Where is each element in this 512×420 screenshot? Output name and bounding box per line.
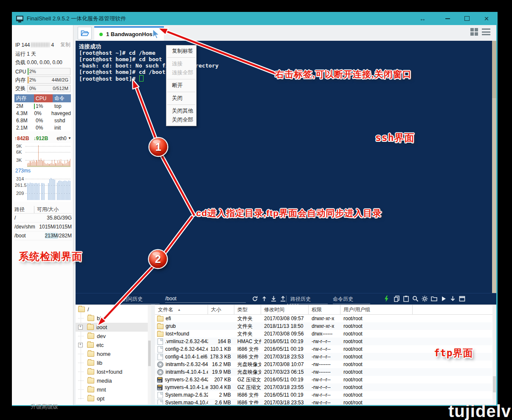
file-row-symvers-2.6.32-642.el...[interactable]: symvers-2.6.32-642.el...207 KBGZ 压缩文件201… — [155, 376, 492, 383]
file-col-header-1[interactable]: 大小 — [208, 305, 234, 314]
tab-bar: 1 BandwagonHost — [76, 25, 496, 41]
file-owner-cell: root/root — [340, 400, 413, 404]
process-row[interactable]: 4.3M0%haveged — [14, 110, 71, 117]
file-row-System.map-4.10.4-1...[interactable]: System.map-4.10.4-1...2.6 MBI686 文件2017/… — [155, 399, 492, 404]
tree-item-mnt[interactable]: mnt — [76, 385, 151, 394]
file-row-initramfs-2.6.32-642.e...[interactable]: initramfs-2.6.32-642.e...16.2 MB光盘映像文...… — [155, 361, 492, 368]
menu-item-连接全部[interactable]: 连接全部 — [166, 68, 196, 77]
process-col-header[interactable]: 内存 — [14, 94, 34, 102]
open-local-folder-icon[interactable] — [430, 295, 438, 302]
file-mtime-cell: 2017/03/08 09:56 — [261, 331, 309, 337]
file-owner-cell: root/root — [340, 384, 413, 390]
process-cell: haveged — [50, 110, 71, 116]
download-all-icon[interactable] — [449, 295, 456, 302]
net-bar — [31, 163, 31, 166]
file-col-header-5[interactable]: 用户/用户组 — [340, 305, 413, 314]
paste-icon[interactable] — [402, 295, 410, 302]
open-connection-button[interactable] — [78, 27, 92, 39]
tree-item-media[interactable]: media — [76, 376, 151, 385]
file-row-System.map-2.6.32-6...[interactable]: System.map-2.6.32-6...2 MBI686 文件2016/05… — [155, 391, 492, 399]
path-history-dropdown[interactable]: 路径历史 — [290, 296, 328, 304]
tree-item-opt[interactable]: opt — [76, 394, 151, 403]
menu-item-断开[interactable]: 断开 — [166, 81, 196, 90]
file-perm-cell: -rw------- — [309, 361, 340, 367]
close-button[interactable]: × — [477, 12, 496, 25]
menu-item-连接[interactable]: 连接 — [166, 59, 196, 68]
file-col-header-2[interactable]: 类型 — [234, 305, 261, 314]
search-icon[interactable] — [412, 295, 419, 302]
menu-item-关闭[interactable]: 关闭 — [166, 94, 196, 103]
tree-item-etc[interactable]: +etc — [76, 341, 151, 350]
title-bar[interactable]: FinalShell 2.9.5.2 一体化服务器管理软件 ↔ × — [12, 12, 496, 25]
run-icon[interactable] — [440, 295, 447, 302]
file-row-symvers-4.10.4-1.el6....[interactable]: symvers-4.10.4-1.el6....330.4 KBGZ 压缩文件2… — [155, 383, 492, 391]
folder-icon — [78, 307, 85, 312]
file-row-initramfs-4.10.4-1.el6....[interactable]: initramfs-4.10.4-1.el6....19.9 MB光盘映像文..… — [155, 368, 492, 376]
expander-icon[interactable]: + — [78, 325, 83, 330]
file-owner-cell: root/root — [340, 377, 413, 383]
refresh-icon[interactable] — [251, 295, 259, 302]
gz-icon — [157, 377, 163, 383]
parent-dir-icon[interactable] — [261, 295, 268, 302]
tree-item-lib[interactable]: lib — [76, 358, 151, 367]
tree-scrollbar[interactable] — [148, 305, 151, 404]
net-ytick: 6K — [16, 149, 22, 155]
process-col-header[interactable]: 命令 — [53, 94, 71, 102]
settings-gear-icon[interactable] — [421, 295, 428, 302]
command-history-dropdown[interactable]: 命令历史 — [333, 296, 370, 304]
file-row-lost+found[interactable]: lost+found文件夹2017/03/08 09:56drwx------r… — [155, 330, 492, 338]
disk-col-path: 路径 — [14, 206, 25, 213]
expander-icon[interactable]: + — [78, 343, 83, 347]
upgrade-link[interactable]: 升级高级版 — [31, 403, 58, 411]
net-bar — [28, 163, 28, 166]
file-type-cell: 光盘映像文... — [234, 361, 261, 368]
interface-select[interactable]: eth0 ▼ — [56, 135, 71, 141]
flash-sync-icon[interactable] — [383, 295, 390, 302]
visit-history-dropdown[interactable]: 访问历史 — [122, 296, 160, 304]
menu-item-关闭全部[interactable]: 关闭全部 — [166, 116, 196, 124]
directory-tree[interactable]: /bin+bootdev+etchomeliblost+foundmediamn… — [76, 304, 151, 404]
ping-bar — [53, 179, 54, 200]
terminal-scrollbar[interactable] — [492, 41, 496, 293]
file-col-header-0[interactable]: 文件名▲ — [155, 305, 208, 314]
file-list-scrollbar[interactable] — [492, 305, 496, 404]
file-col-header-4[interactable]: 权限 — [309, 305, 340, 314]
tree-item-boot[interactable]: +boot — [76, 323, 151, 332]
file-col-header-3[interactable]: 修改时间 — [261, 305, 309, 314]
hamburger-menu-icon[interactable] — [482, 28, 490, 35]
ping-bar — [27, 183, 28, 200]
file-row-.vmlinuz-2.6.32-642.el...[interactable]: .vmlinuz-2.6.32-642.el...164 BHMAC 文件201… — [155, 338, 492, 345]
path-input[interactable]: /boot — [165, 296, 246, 303]
download-icon[interactable] — [270, 295, 277, 302]
file-row-efi[interactable]: efi文件夹2017/03/08 09:57drwxr-xr-xroot/roo… — [155, 315, 492, 322]
minimize-button[interactable] — [438, 12, 457, 25]
process-row[interactable]: 6.8M0%sshd — [14, 117, 71, 124]
menu-item-关闭其他[interactable]: 关闭其他 — [166, 107, 196, 116]
window-layout-icon[interactable] — [459, 295, 466, 302]
copy-icon[interactable] — [393, 295, 400, 302]
maximize-button[interactable] — [457, 12, 477, 25]
upload-icon[interactable] — [279, 295, 287, 302]
menu-item-复制标签[interactable]: 复制标签 — [166, 47, 196, 56]
meter-percent: 2% — [29, 69, 36, 74]
tree-item-lost+found[interactable]: lost+found — [76, 367, 151, 376]
process-row[interactable]: 2.1M0%init — [14, 124, 71, 131]
resize-icon[interactable]: ↔ — [419, 15, 426, 22]
tree-item-dev[interactable]: dev — [76, 332, 151, 341]
tree-item-/[interactable]: / — [76, 305, 151, 314]
tree-item-home[interactable]: home — [76, 350, 151, 358]
process-col-header[interactable]: CPU — [34, 94, 53, 102]
file-mtime-cell: 2017/03/08 10:07 — [261, 361, 309, 367]
grid-view-icon[interactable] — [470, 28, 478, 36]
ping-bar — [36, 183, 37, 200]
tree-connector — [78, 336, 84, 336]
file-list-header[interactable]: 文件名▲大小类型修改时间权限用户/用户组 — [155, 305, 496, 315]
panel-splitter[interactable] — [151, 304, 155, 404]
process-row[interactable]: 2M1%top — [14, 102, 71, 110]
file-row-grub[interactable]: grub文件夹2018/11/13 18:50drwxr-xr-xroot/ro… — [155, 322, 492, 330]
process-cell: 4.3M — [14, 110, 32, 116]
tree-item-bin[interactable]: bin — [76, 314, 151, 323]
net-bar — [36, 160, 37, 166]
copy-ip-button[interactable]: 复制 — [60, 41, 70, 48]
file-name-cell: symvers-2.6.32-642.el... — [155, 377, 208, 383]
